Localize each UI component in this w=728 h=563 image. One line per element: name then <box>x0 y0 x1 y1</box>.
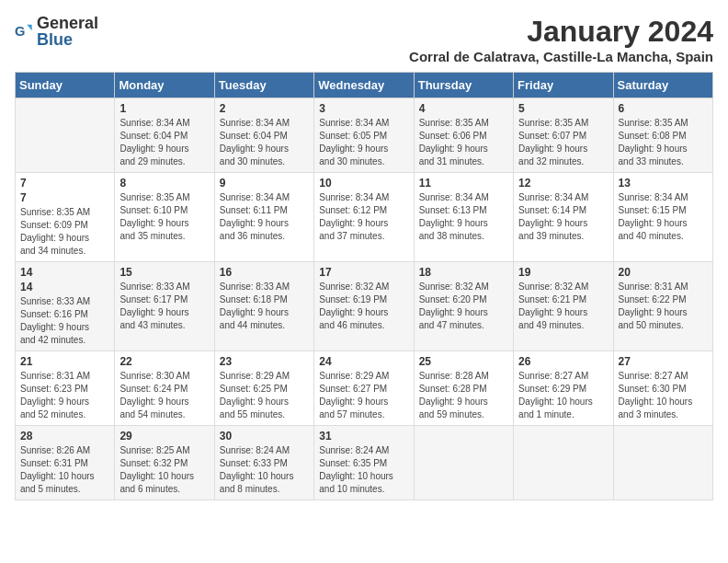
svg-marker-1 <box>27 25 31 31</box>
day-info: Sunrise: 8:33 AM Sunset: 6:16 PM Dayligh… <box>20 295 109 347</box>
calendar-cell: 17Sunrise: 8:32 AM Sunset: 6:19 PM Dayli… <box>314 262 414 351</box>
calendar-cell: 27Sunrise: 8:27 AM Sunset: 6:30 PM Dayli… <box>613 351 712 426</box>
day-info: Sunrise: 8:31 AM Sunset: 6:22 PM Dayligh… <box>619 281 708 332</box>
calendar-cell: 29Sunrise: 8:25 AM Sunset: 6:32 PM Dayli… <box>115 426 214 500</box>
day-number: 27 <box>619 355 708 368</box>
day-info: Sunrise: 8:26 AM Sunset: 6:31 PM Dayligh… <box>20 444 109 496</box>
day-number: 4 <box>419 102 508 115</box>
calendar-cell: 5Sunrise: 8:35 AM Sunset: 6:07 PM Daylig… <box>514 98 613 173</box>
calendar-cell: 4Sunrise: 8:35 AM Sunset: 6:06 PM Daylig… <box>414 98 513 173</box>
day-info: Sunrise: 8:33 AM Sunset: 6:17 PM Dayligh… <box>119 281 209 332</box>
day-info: Sunrise: 8:34 AM Sunset: 6:05 PM Dayligh… <box>319 117 408 168</box>
day-number: 30 <box>220 430 309 442</box>
day-info: Sunrise: 8:32 AM Sunset: 6:21 PM Dayligh… <box>518 281 608 332</box>
day-number: 23 <box>220 355 309 368</box>
calendar-cell: 8Sunrise: 8:35 AM Sunset: 6:10 PM Daylig… <box>115 173 214 262</box>
day-info: Sunrise: 8:27 AM Sunset: 6:29 PM Dayligh… <box>518 370 608 421</box>
day-info: Sunrise: 8:34 AM Sunset: 6:04 PM Dayligh… <box>220 117 309 168</box>
calendar-cell: 23Sunrise: 8:29 AM Sunset: 6:25 PM Dayli… <box>214 351 313 426</box>
calendar-cell: 21Sunrise: 8:31 AM Sunset: 6:23 PM Dayli… <box>16 351 115 426</box>
calendar-cell: 16Sunrise: 8:33 AM Sunset: 6:18 PM Dayli… <box>214 262 313 351</box>
calendar-cell: 6Sunrise: 8:35 AM Sunset: 6:08 PM Daylig… <box>613 98 712 173</box>
day-info: Sunrise: 8:35 AM Sunset: 6:08 PM Dayligh… <box>619 117 708 168</box>
calendar-cell: 25Sunrise: 8:28 AM Sunset: 6:28 PM Dayli… <box>414 351 513 426</box>
location-subtitle: Corral de Calatrava, Castille-La Mancha,… <box>409 49 713 64</box>
header-day-wednesday: Wednesday <box>314 73 414 98</box>
calendar-cell <box>414 426 513 500</box>
day-info: Sunrise: 8:35 AM Sunset: 6:10 PM Dayligh… <box>119 191 209 243</box>
calendar-cell: 77Sunrise: 8:35 AM Sunset: 6:09 PM Dayli… <box>16 173 115 262</box>
day-number: 7 <box>20 191 109 204</box>
calendar-cell: 31Sunrise: 8:24 AM Sunset: 6:35 PM Dayli… <box>314 426 414 500</box>
calendar-cell: 1Sunrise: 8:34 AM Sunset: 6:04 PM Daylig… <box>115 98 214 173</box>
day-info: Sunrise: 8:24 AM Sunset: 6:33 PM Dayligh… <box>220 444 309 496</box>
day-number: 15 <box>119 266 209 279</box>
day-number: 1 <box>119 102 209 115</box>
day-number: 6 <box>619 102 708 115</box>
page-header: G General Blue January 2024 Corral de Ca… <box>15 15 713 64</box>
calendar-cell <box>613 426 712 500</box>
calendar-row-3: 1414Sunrise: 8:33 AM Sunset: 6:16 PM Day… <box>16 262 713 351</box>
day-number: 8 <box>119 177 209 190</box>
calendar-cell: 13Sunrise: 8:34 AM Sunset: 6:15 PM Dayli… <box>613 173 712 262</box>
logo-general-text: General <box>37 15 98 31</box>
calendar-table: SundayMondayTuesdayWednesdayThursdayFrid… <box>15 72 713 500</box>
calendar-cell: 1414Sunrise: 8:33 AM Sunset: 6:16 PM Day… <box>16 262 115 351</box>
calendar-row-4: 21Sunrise: 8:31 AM Sunset: 6:23 PM Dayli… <box>16 351 713 426</box>
day-number: 9 <box>220 177 309 190</box>
header-day-friday: Friday <box>514 73 613 98</box>
day-number: 14 <box>20 266 109 279</box>
day-number: 20 <box>619 266 708 279</box>
day-number: 19 <box>518 266 608 279</box>
day-info: Sunrise: 8:34 AM Sunset: 6:15 PM Dayligh… <box>619 191 708 243</box>
day-info: Sunrise: 8:35 AM Sunset: 6:07 PM Dayligh… <box>518 117 608 168</box>
day-info: Sunrise: 8:34 AM Sunset: 6:13 PM Dayligh… <box>419 191 508 243</box>
header-day-tuesday: Tuesday <box>214 73 313 98</box>
header-day-thursday: Thursday <box>414 73 513 98</box>
day-number: 24 <box>319 355 408 368</box>
calendar-row-5: 28Sunrise: 8:26 AM Sunset: 6:31 PM Dayli… <box>16 426 713 500</box>
header-day-monday: Monday <box>115 73 214 98</box>
calendar-cell: 9Sunrise: 8:34 AM Sunset: 6:11 PM Daylig… <box>214 173 313 262</box>
calendar-cell: 3Sunrise: 8:34 AM Sunset: 6:05 PM Daylig… <box>314 98 414 173</box>
svg-text:G: G <box>15 24 25 39</box>
day-info: Sunrise: 8:32 AM Sunset: 6:19 PM Dayligh… <box>319 281 408 332</box>
day-info: Sunrise: 8:24 AM Sunset: 6:35 PM Dayligh… <box>319 444 408 496</box>
title-area: January 2024 Corral de Calatrava, Castil… <box>409 15 713 64</box>
calendar-cell: 26Sunrise: 8:27 AM Sunset: 6:29 PM Dayli… <box>514 351 613 426</box>
day-info: Sunrise: 8:34 AM Sunset: 6:04 PM Dayligh… <box>119 117 209 168</box>
logo: G General Blue <box>15 15 98 48</box>
calendar-body: 1Sunrise: 8:34 AM Sunset: 6:04 PM Daylig… <box>16 98 713 500</box>
calendar-cell: 24Sunrise: 8:29 AM Sunset: 6:27 PM Dayli… <box>314 351 414 426</box>
calendar-row-2: 77Sunrise: 8:35 AM Sunset: 6:09 PM Dayli… <box>16 173 713 262</box>
day-info: Sunrise: 8:34 AM Sunset: 6:11 PM Dayligh… <box>220 191 309 243</box>
logo-icon: G <box>15 22 33 40</box>
day-info: Sunrise: 8:29 AM Sunset: 6:25 PM Dayligh… <box>220 370 309 421</box>
calendar-cell: 15Sunrise: 8:33 AM Sunset: 6:17 PM Dayli… <box>115 262 214 351</box>
day-number: 3 <box>319 102 408 115</box>
day-number: 22 <box>119 355 209 368</box>
calendar-cell: 19Sunrise: 8:32 AM Sunset: 6:21 PM Dayli… <box>514 262 613 351</box>
day-info: Sunrise: 8:32 AM Sunset: 6:20 PM Dayligh… <box>419 281 508 332</box>
month-title: January 2024 <box>409 15 713 49</box>
day-info: Sunrise: 8:35 AM Sunset: 6:09 PM Dayligh… <box>20 206 109 258</box>
day-info: Sunrise: 8:28 AM Sunset: 6:28 PM Dayligh… <box>419 370 508 421</box>
calendar-cell <box>16 98 115 173</box>
calendar-cell: 10Sunrise: 8:34 AM Sunset: 6:12 PM Dayli… <box>314 173 414 262</box>
day-number: 14 <box>20 281 109 293</box>
day-number: 26 <box>518 355 608 368</box>
day-number: 18 <box>419 266 508 279</box>
header-row: SundayMondayTuesdayWednesdayThursdayFrid… <box>16 73 713 98</box>
day-number: 25 <box>419 355 508 368</box>
header-day-saturday: Saturday <box>613 73 712 98</box>
day-info: Sunrise: 8:34 AM Sunset: 6:14 PM Dayligh… <box>518 191 608 243</box>
day-number: 7 <box>20 177 109 190</box>
day-info: Sunrise: 8:27 AM Sunset: 6:30 PM Dayligh… <box>619 370 708 421</box>
day-info: Sunrise: 8:30 AM Sunset: 6:24 PM Dayligh… <box>119 370 209 421</box>
day-number: 31 <box>319 430 408 442</box>
calendar-cell: 22Sunrise: 8:30 AM Sunset: 6:24 PM Dayli… <box>115 351 214 426</box>
day-number: 5 <box>518 102 608 115</box>
header-day-sunday: Sunday <box>16 73 115 98</box>
calendar-cell: 30Sunrise: 8:24 AM Sunset: 6:33 PM Dayli… <box>214 426 313 500</box>
day-info: Sunrise: 8:33 AM Sunset: 6:18 PM Dayligh… <box>220 281 309 332</box>
